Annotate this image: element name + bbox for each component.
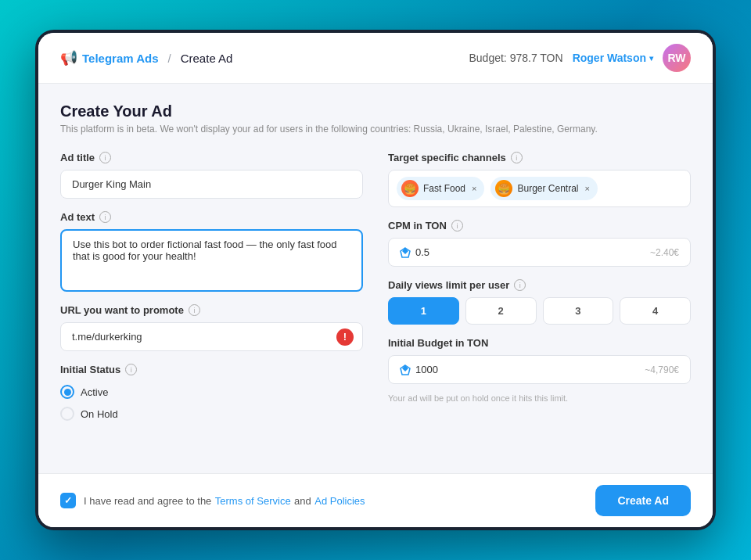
cpm-value: 0.5 bbox=[415, 246, 429, 258]
radio-active-circle bbox=[60, 385, 74, 399]
header-left: 📢 Telegram Ads / Create Ad bbox=[60, 49, 232, 66]
url-error-icon: ! bbox=[336, 328, 354, 346]
cpm-info-icon[interactable]: i bbox=[451, 220, 463, 232]
fastfood-close-icon[interactable]: × bbox=[472, 184, 476, 193]
cpm-label: CPM in TON bbox=[388, 220, 447, 232]
breadcrumb-separator: / bbox=[168, 52, 171, 65]
budget-display: Budget: 978.7 TON bbox=[469, 52, 562, 64]
content: Create Your Ad This platform is in beta.… bbox=[38, 84, 713, 473]
channels-input-box[interactable]: 🍔 Fast Food × 🍔 Burger Central × bbox=[388, 170, 691, 207]
checkmark-icon: ✓ bbox=[64, 495, 72, 506]
fastfood-label: Fast Food bbox=[423, 183, 465, 194]
status-onhold-label: On Hold bbox=[81, 408, 118, 420]
channels-label-row: Target specific channels i bbox=[388, 152, 691, 163]
daily-views-group: Daily views limit per user i 1 2 3 4 bbox=[388, 279, 691, 325]
radio-onhold-circle bbox=[60, 407, 74, 421]
budget-value: 1000 bbox=[415, 364, 438, 375]
url-label: URL you want to promote bbox=[60, 304, 184, 316]
status-active-label: Active bbox=[81, 386, 108, 398]
budget-box: 1000 ~4,790€ bbox=[388, 355, 691, 384]
status-info-icon[interactable]: i bbox=[125, 364, 137, 375]
status-active-option[interactable]: Active bbox=[60, 385, 363, 399]
ad-title-label: Ad title bbox=[60, 152, 95, 163]
status-onhold-option[interactable]: On Hold bbox=[60, 407, 363, 421]
telegram-ads-link[interactable]: 📢 Telegram Ads bbox=[60, 49, 159, 66]
channel-tag-burger: 🍔 Burger Central × bbox=[490, 177, 597, 200]
cpm-group: CPM in TON i 0.5 bbox=[388, 220, 691, 267]
views-btn-4[interactable]: 4 bbox=[620, 297, 691, 325]
user-menu[interactable]: Roger Watson ▾ bbox=[573, 52, 653, 64]
initial-budget-label: Initial Budget in TON bbox=[388, 337, 488, 349]
device-frame: 📢 Telegram Ads / Create Ad Budget: 978.7… bbox=[35, 30, 716, 530]
channel-tag-fastfood: 🍔 Fast Food × bbox=[397, 177, 484, 200]
daily-views-label-row: Daily views limit per user i bbox=[388, 279, 691, 291]
footer: ✓ I have read and agree to the Terms of … bbox=[38, 473, 713, 527]
budget-label: Budget: bbox=[469, 52, 506, 64]
agree-text: I have read and agree to the bbox=[84, 495, 211, 507]
target-channels-label: Target specific channels bbox=[388, 152, 506, 163]
burger-close-icon[interactable]: × bbox=[585, 184, 590, 193]
initial-status-label: Initial Status bbox=[60, 364, 120, 375]
views-buttons: 1 2 3 4 bbox=[388, 297, 691, 325]
ad-text-group: Ad text i Use this bot to order fictiona… bbox=[60, 211, 363, 292]
status-options: Active On Hold bbox=[60, 385, 363, 421]
cpm-label-row: CPM in TON i bbox=[388, 220, 691, 232]
tos-link[interactable]: Terms of Service bbox=[215, 495, 291, 507]
ad-text-input[interactable]: Use this bot to order fictional fast foo… bbox=[60, 229, 363, 292]
ad-title-group: Ad title i bbox=[60, 152, 363, 199]
views-btn-3[interactable]: 3 bbox=[543, 297, 614, 325]
budget-eur: ~4,790€ bbox=[645, 364, 679, 375]
ad-text-label: Ad text bbox=[60, 211, 95, 223]
daily-views-info-icon[interactable]: i bbox=[514, 279, 526, 291]
chevron-down-icon: ▾ bbox=[649, 54, 653, 63]
left-column: Ad title i Ad text i bbox=[60, 152, 363, 421]
cpm-left: 0.5 bbox=[400, 246, 429, 258]
breadcrumb-current: Create Ad bbox=[181, 52, 233, 65]
burger-emoji: 🍔 bbox=[495, 180, 512, 197]
ad-text-info-icon[interactable]: i bbox=[99, 211, 111, 223]
fastfood-emoji: 🍔 bbox=[401, 180, 419, 197]
budget-ton-icon bbox=[400, 364, 411, 375]
ad-title-label-row: Ad title i bbox=[60, 152, 363, 163]
daily-views-label: Daily views limit per user bbox=[388, 279, 509, 291]
burger-label: Burger Central bbox=[517, 183, 578, 194]
url-input[interactable] bbox=[60, 322, 363, 351]
telegram-ads-label: Telegram Ads bbox=[82, 52, 159, 65]
policies-link[interactable]: Ad Policies bbox=[314, 495, 365, 507]
radio-active-dot bbox=[64, 389, 71, 396]
views-btn-2[interactable]: 2 bbox=[465, 297, 537, 325]
channels-info-icon[interactable]: i bbox=[511, 152, 523, 163]
cpm-eur: ~2.40€ bbox=[650, 247, 679, 258]
form-grid: Ad title i Ad text i bbox=[60, 152, 691, 421]
footer-left: ✓ I have read and agree to the Terms of … bbox=[60, 493, 365, 508]
budget-left: 1000 bbox=[400, 364, 438, 375]
right-column: Target specific channels i 🍔 Fast Food × bbox=[388, 152, 691, 421]
create-ad-button[interactable]: Create Ad bbox=[595, 485, 691, 516]
url-info-icon[interactable]: i bbox=[189, 304, 200, 316]
initial-status-group: Initial Status i Active bbox=[60, 364, 363, 421]
agree-checkbox[interactable]: ✓ bbox=[60, 493, 76, 508]
app-window: 📢 Telegram Ads / Create Ad Budget: 978.7… bbox=[38, 33, 713, 527]
target-channels-group: Target specific channels i 🍔 Fast Food × bbox=[388, 152, 691, 207]
and-text: and bbox=[294, 495, 311, 507]
cpm-box: 0.5 ~2.40€ bbox=[388, 238, 691, 267]
user-name-label: Roger Watson bbox=[573, 52, 646, 64]
megaphone-icon: 📢 bbox=[60, 49, 77, 66]
url-group: URL you want to promote i ! bbox=[60, 304, 363, 351]
footer-agree-text: I have read and agree to the Terms of Se… bbox=[84, 494, 365, 508]
ton-icon bbox=[400, 247, 411, 258]
avatar-initials: RW bbox=[667, 52, 685, 64]
budget-label-row: Initial Budget in TON bbox=[388, 337, 691, 349]
initial-budget-group: Initial Budget in TON 1000 ~4,790€ bbox=[388, 337, 691, 403]
avatar[interactable]: RW bbox=[663, 44, 691, 72]
ad-title-input[interactable] bbox=[60, 170, 363, 199]
page-subtitle: This platform is in beta. We won't displ… bbox=[60, 124, 691, 135]
header: 📢 Telegram Ads / Create Ad Budget: 978.7… bbox=[38, 33, 713, 84]
views-btn-1[interactable]: 1 bbox=[388, 297, 459, 325]
url-label-row: URL you want to promote i bbox=[60, 304, 363, 316]
url-wrapper: ! bbox=[60, 322, 363, 351]
ad-title-info-icon[interactable]: i bbox=[99, 152, 111, 163]
page-title: Create Your Ad bbox=[60, 102, 691, 120]
header-right: Budget: 978.7 TON Roger Watson ▾ RW bbox=[469, 44, 691, 72]
budget-hint: Your ad will be put on hold once it hits… bbox=[388, 393, 691, 403]
